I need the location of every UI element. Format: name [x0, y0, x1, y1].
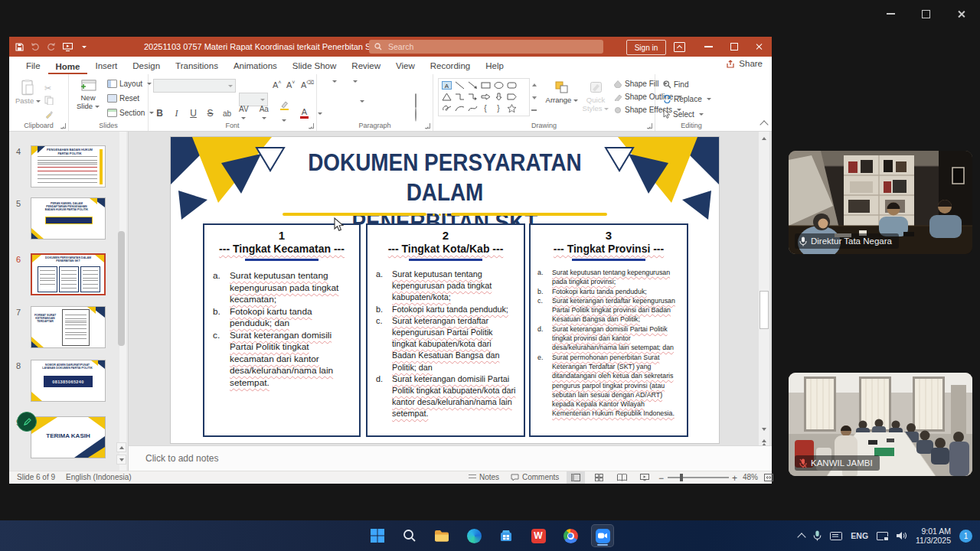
clipboard-dialog-launcher[interactable] — [60, 123, 66, 129]
grow-font-button[interactable]: A˄ — [273, 80, 281, 90]
arrange-button[interactable]: Arrange — [545, 79, 579, 104]
section-button[interactable]: Section — [107, 109, 154, 117]
font-dialog-launcher[interactable] — [309, 123, 314, 129]
hidden-icons-chevron[interactable] — [798, 533, 806, 541]
shape-triangle[interactable] — [440, 91, 453, 102]
notes-toggle[interactable]: Notes — [469, 473, 499, 481]
ribbon-display-options-icon[interactable] — [674, 42, 685, 52]
zoom-button[interactable] — [591, 524, 614, 547]
tab-slide-show[interactable]: Slide Show — [285, 61, 345, 74]
zoom-out-button[interactable]: − — [658, 473, 664, 484]
strikethrough-button[interactable]: S — [205, 108, 215, 119]
canvas-vertical-scrollbar[interactable] — [759, 132, 769, 471]
font-color-button[interactable]: A — [300, 109, 309, 119]
shape-elbow-arrow-connector[interactable] — [466, 91, 479, 102]
shape-line[interactable] — [453, 80, 466, 90]
touch-keyboard-icon[interactable] — [830, 532, 842, 540]
normal-view-button[interactable] — [567, 471, 585, 484]
undo-icon[interactable] — [31, 43, 40, 51]
scroll-down-button[interactable] — [759, 424, 769, 434]
language-indicator[interactable]: English (Indonesia) — [66, 473, 132, 481]
column-tingkat-kecamatan[interactable]: 1 --- Tingkat Kecamatan --- a.Surat kepu… — [203, 223, 361, 437]
shape-right-arrow[interactable] — [479, 91, 492, 102]
edge-button[interactable] — [462, 524, 485, 547]
tab-home[interactable]: Home — [48, 62, 88, 75]
start-presentation-icon[interactable] — [63, 43, 73, 51]
video-tile-direktur-tata-negara[interactable]: Direktur Tata Negara — [789, 151, 972, 254]
language-switcher[interactable]: ENG — [851, 531, 868, 540]
quick-styles-button[interactable]: Quick Styles — [580, 79, 611, 112]
text-shadow-button[interactable]: ab — [222, 109, 232, 118]
thumbnail-slide-5[interactable]: PERAN KANWIL DALAM PENDAFTARAN PENGESAHA… — [31, 197, 106, 240]
tray-mic-icon[interactable] — [813, 530, 822, 541]
search-box[interactable] — [369, 40, 603, 54]
shape-right-brace[interactable]: } — [492, 103, 505, 113]
find-button[interactable]: Find — [663, 80, 688, 89]
outer-restore-button[interactable] — [917, 6, 934, 21]
tab-help[interactable]: Help — [478, 61, 511, 74]
scrollbar-thumb[interactable] — [760, 291, 769, 329]
tab-recording[interactable]: Recording — [423, 61, 478, 74]
wps-office-button[interactable]: W — [527, 524, 550, 547]
outer-minimize-button[interactable] — [882, 6, 899, 21]
volume-icon[interactable] — [897, 531, 907, 540]
shape-textbox[interactable]: A — [440, 80, 453, 90]
notification-badge[interactable]: 1 — [959, 530, 972, 543]
reset-button[interactable]: Reset — [107, 94, 139, 103]
shape-oval[interactable] — [492, 80, 505, 90]
shapes-scroll[interactable] — [529, 79, 538, 116]
share-button[interactable]: Share — [727, 59, 763, 68]
shape-elbow-connector[interactable] — [453, 91, 466, 102]
bold-button[interactable]: B — [155, 108, 165, 119]
zoom-percentage[interactable]: 48% — [743, 473, 758, 481]
sign-in-button[interactable]: Sign in — [626, 40, 666, 55]
shape-rounded-rectangle[interactable] — [505, 80, 518, 90]
format-shape-dialog-launcher[interactable] — [647, 123, 652, 129]
customize-qat-icon[interactable] — [80, 46, 87, 48]
underline-button[interactable]: U — [188, 108, 198, 119]
slide-sorter-view-button[interactable] — [590, 471, 608, 484]
taskbar-search-button[interactable] — [398, 524, 421, 547]
shape-rectangle[interactable] — [479, 80, 492, 90]
thumbnail-slide-4[interactable]: PENGESAHAN BADAN HUKUM PARTAI POLITIK — [31, 145, 106, 187]
clear-formatting-button[interactable]: A⌫ — [301, 80, 314, 90]
file-explorer-button[interactable] — [430, 524, 453, 547]
shrink-font-button[interactable]: A˅ — [286, 80, 295, 90]
shape-curve[interactable] — [466, 103, 479, 113]
paste-button[interactable]: Paste — [15, 78, 41, 105]
shape-arrow[interactable] — [466, 80, 479, 90]
scroll-up-button[interactable] — [759, 133, 769, 143]
zoom-slider-thumb[interactable] — [680, 474, 683, 481]
microsoft-store-button[interactable] — [495, 524, 518, 547]
thumbnail-slide-7[interactable]: FORMAT SURAT KETERANGAN TERDAFTAR — [31, 306, 106, 348]
copy-icon[interactable] — [44, 94, 54, 108]
fit-slide-to-window-button[interactable] — [760, 471, 778, 484]
tab-design[interactable]: Design — [125, 61, 168, 74]
shape-scribble[interactable] — [440, 103, 453, 113]
pp-minimize-button[interactable] — [696, 37, 721, 57]
notes-placeholder[interactable]: Click to add notes — [145, 453, 218, 464]
slide-editing-surface[interactable]: DOKUMEN PERSYARATAN DALAM PENERBITAN SKT… — [170, 136, 720, 444]
collapse-ribbon-icon[interactable] — [761, 119, 767, 128]
smartart-convert-icon[interactable] — [415, 108, 416, 122]
notes-pane[interactable]: Click to add notes — [129, 445, 772, 471]
shape-star[interactable] — [505, 103, 518, 113]
reading-view-button[interactable] — [612, 471, 631, 484]
change-case-button[interactable]: Aa — [260, 105, 273, 122]
thumbnail-slide-8[interactable]: NOMOR ADMIN DARURAT/PUSAT LAYANAN DOKUME… — [31, 360, 106, 402]
tab-insert[interactable]: Insert — [87, 61, 125, 74]
format-painter-icon[interactable] — [44, 108, 54, 122]
search-input[interactable] — [387, 41, 573, 52]
paragraph-dialog-launcher[interactable] — [425, 123, 430, 129]
tab-review[interactable]: Review — [344, 61, 388, 74]
shapes-gallery[interactable]: A { — [438, 78, 530, 116]
clock[interactable]: 9:01 AM 11/3/2025 — [916, 527, 951, 546]
column-tingkat-kota-kab[interactable]: 2 --- Tingkat Kota/Kab --- a.Surat keput… — [366, 223, 525, 437]
layout-button[interactable]: Layout — [107, 80, 152, 88]
tab-transitions[interactable]: Transitions — [168, 61, 226, 74]
thumbnail-scroll-down-button[interactable] — [116, 455, 126, 465]
zoom-in-button[interactable]: + — [732, 473, 737, 484]
video-tile-kanwil-jambi[interactable]: KANWIL JAMBI — [789, 373, 972, 476]
align-text-icon[interactable] — [415, 94, 416, 108]
pp-restore-button[interactable] — [721, 37, 746, 57]
